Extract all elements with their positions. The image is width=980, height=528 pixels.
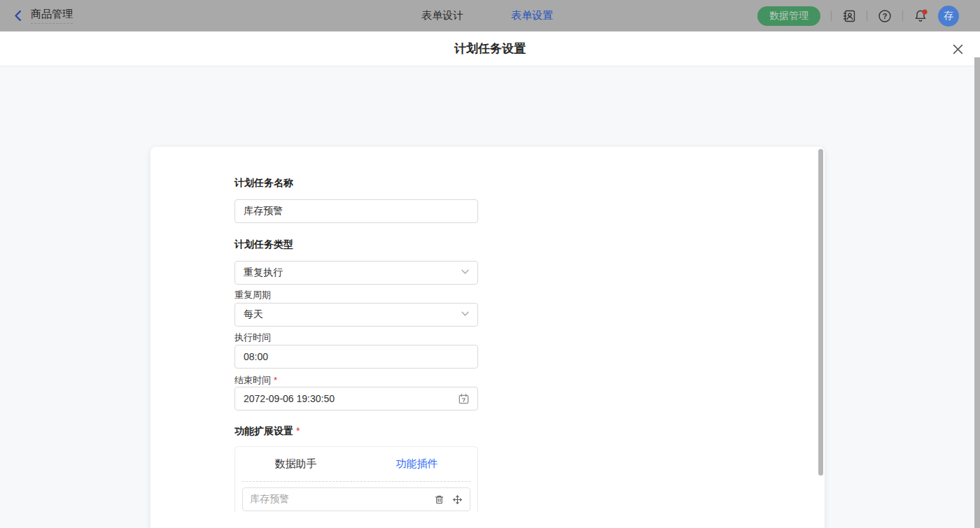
divider (867, 10, 867, 21)
avatar[interactable]: 存 (938, 6, 959, 27)
chevron-down-icon (461, 267, 470, 278)
data-manage-button[interactable]: 数据管理 (757, 6, 820, 26)
tab-form-settings[interactable]: 表单设置 (511, 9, 553, 22)
panel-scrollbar-thumb[interactable] (818, 149, 823, 476)
task-name-label: 计划任务名称 (234, 177, 293, 190)
trash-icon[interactable] (434, 494, 444, 505)
chevron-down-icon (461, 309, 470, 320)
divider (902, 10, 903, 21)
tab-data-assistant[interactable]: 数据助手 (235, 457, 356, 471)
task-name-input[interactable]: 库存预警 (234, 199, 478, 223)
modal-title: 计划任务设置 (0, 31, 980, 66)
extension-card: 数据助手 功能插件 库存预警 (234, 446, 478, 512)
close-icon (952, 43, 964, 55)
top-navigation-bar: 商品管理 表单设计 表单设置 数据管理 ? (0, 0, 980, 31)
back-chevron-icon (13, 10, 24, 22)
repeat-cycle-label: 重复周期 (234, 289, 271, 301)
plugin-row[interactable]: 库存预警 (242, 487, 470, 511)
dashed-divider (242, 481, 470, 482)
app-title[interactable]: 商品管理 (31, 8, 73, 24)
modal-header: 计划任务设置 (0, 31, 980, 66)
tab-form-design[interactable]: 表单设计 (421, 9, 463, 22)
move-icon[interactable] (452, 494, 463, 505)
help-icon[interactable]: ? (878, 9, 892, 23)
end-time-label: 结束时间* (234, 374, 277, 387)
notification-dot (922, 9, 927, 15)
exec-time-label: 执行时间 (234, 331, 271, 344)
modal-body: 计划任务名称 库存预警 计划任务类型 重复执行 重复周期 每天 执行时间 08:… (0, 66, 980, 528)
calendar-icon (458, 393, 470, 407)
plugin-name: 库存预警 (250, 493, 434, 506)
page-scrollbar[interactable] (974, 57, 980, 528)
extension-settings-label: 功能扩展设置* (234, 425, 300, 438)
notification-bell-icon[interactable] (913, 9, 927, 23)
settings-panel: 计划任务名称 库存预警 计划任务类型 重复执行 重复周期 每天 执行时间 08:… (150, 147, 825, 528)
task-type-label: 计划任务类型 (234, 238, 293, 251)
close-button[interactable] (951, 42, 965, 56)
tab-function-plugin[interactable]: 功能插件 (356, 457, 477, 471)
exec-time-input[interactable]: 08:00 (234, 345, 478, 369)
back-button[interactable] (13, 10, 24, 22)
svg-text:?: ? (883, 12, 888, 20)
repeat-cycle-select[interactable]: 每天 (234, 303, 478, 327)
end-time-input[interactable]: 2072-09-06 19:30:50 (234, 387, 478, 411)
contacts-icon[interactable] (842, 9, 856, 23)
divider (831, 10, 832, 21)
task-type-select[interactable]: 重复执行 (234, 261, 478, 285)
